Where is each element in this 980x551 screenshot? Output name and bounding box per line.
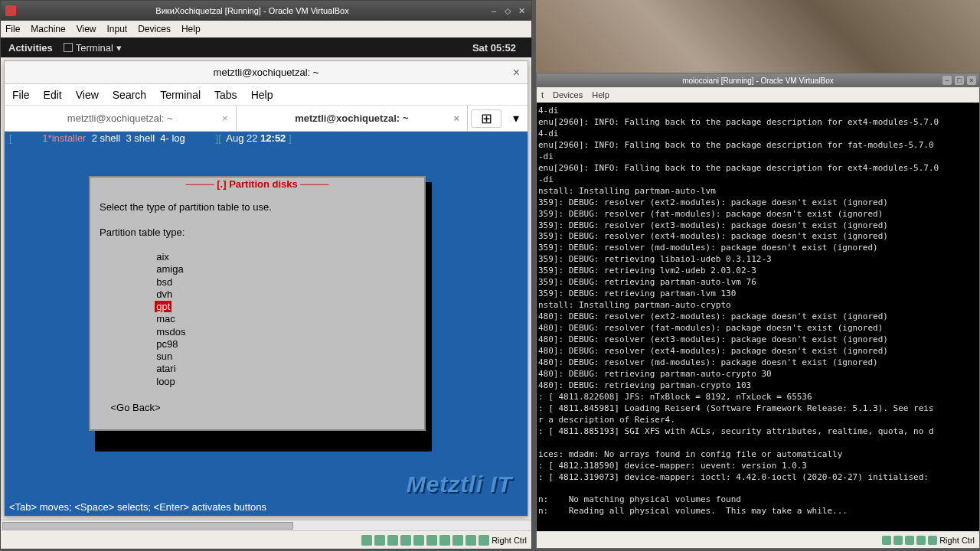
partition-option[interactable]: loop — [155, 376, 177, 387]
menu-input[interactable]: Input — [107, 24, 128, 34]
vm2-window: moiocoiani [Running] - Oracle VM Virtual… — [536, 73, 980, 549]
display-icon[interactable] — [916, 536, 926, 545]
usb-icon[interactable] — [413, 535, 424, 546]
partition-option[interactable]: sun — [155, 350, 174, 362]
terminal-close-button[interactable]: × — [513, 66, 520, 80]
audio-icon[interactable] — [387, 535, 398, 546]
app-menu[interactable]: Terminal ▾ — [64, 42, 122, 54]
menu-view[interactable]: View — [77, 24, 96, 34]
menu-item[interactable]: t — [541, 90, 544, 99]
minimize-button[interactable]: – — [488, 5, 499, 16]
watermark: Metztli IT — [407, 471, 512, 497]
menu-machine[interactable]: Machine — [31, 24, 65, 34]
partition-option[interactable]: amiga — [155, 263, 185, 275]
host-key-label: Right Ctrl — [492, 536, 527, 545]
horizontal-scrollbar[interactable] — [1, 520, 531, 530]
partition-option[interactable]: atari — [155, 363, 177, 374]
dialog-body: Select the type of partition table to us… — [92, 191, 423, 428]
partition-option[interactable]: pc98 — [155, 338, 179, 350]
term-menu-edit[interactable]: Edit — [44, 89, 62, 101]
tab-label: metztli@xochiquetzal: ~ — [295, 112, 408, 124]
usb-icon[interactable] — [905, 536, 914, 545]
menu-help[interactable]: Help — [181, 24, 201, 34]
clock[interactable]: Sat 05:52 — [472, 42, 516, 54]
partition-option-selected[interactable]: gpt — [155, 301, 172, 312]
dialog-title: ──── [.] Partition disks ──── — [92, 178, 423, 190]
menu-devices[interactable]: Devices — [553, 90, 583, 99]
vm1-statusbar: Right Ctrl — [1, 530, 531, 549]
vm1-titlebar[interactable]: ВикиXochiquetzal [Running] - Oracle VM V… — [1, 1, 531, 21]
new-tab-button[interactable]: ⊞ — [471, 109, 501, 128]
terminal-icon — [64, 43, 73, 52]
partition-option[interactable]: msdos — [155, 326, 187, 337]
menu-help[interactable]: Help — [592, 90, 609, 99]
host-key-label: Right Ctrl — [939, 536, 975, 545]
desktop-background — [536, 0, 980, 73]
scrollbar-thumb[interactable] — [2, 522, 293, 530]
gnome-top-bar: Activities Terminal ▾ Sat 05:52 — [1, 37, 531, 57]
dialog-hint: <Tab> moves; <Space> selects; <Enter> ac… — [9, 501, 266, 513]
vm2-title-text: moiocoiani [Running] - Oracle VM Virtual… — [682, 77, 834, 85]
term-menu-search[interactable]: Search — [113, 89, 146, 101]
close-button[interactable]: × — [967, 76, 976, 85]
tab-close-icon[interactable]: × — [222, 112, 228, 124]
term-menu-view[interactable]: View — [76, 89, 99, 101]
mouse-icon[interactable] — [479, 535, 489, 546]
partition-dialog: ──── [.] Partition disks ──── Select the… — [89, 176, 426, 431]
go-back-button[interactable]: <Go Back> — [100, 402, 415, 414]
shared-folder-icon[interactable] — [426, 535, 437, 546]
hdd-icon[interactable] — [882, 536, 891, 545]
terminal-menubar: File Edit View Search Terminal Tabs Help — [5, 84, 528, 106]
terminal-titlebar[interactable]: metztli@xochiquetzal: ~ × — [5, 61, 528, 84]
close-button[interactable]: ✕ — [516, 5, 527, 16]
optical-icon[interactable] — [374, 535, 385, 546]
terminal-tabs: metztli@xochiquetzal: ~× metztli@xochiqu… — [5, 106, 528, 132]
screen-status-line: [ 1*installer 2 shell 3 shell 4- log ][ … — [5, 132, 528, 145]
terminal-tab[interactable]: metztli@xochiquetzal: ~× — [237, 106, 469, 131]
menu-devices[interactable]: Devices — [138, 24, 171, 34]
app-menu-label: Terminal ▾ — [76, 42, 122, 54]
vm2-statusbar: Right Ctrl — [537, 531, 979, 548]
vm2-console[interactable]: 4-di enu[2960]: INFO: Falling back to th… — [537, 103, 979, 531]
maximize-button[interactable]: □ — [955, 76, 964, 85]
tab-label: metztli@xochiquetzal: ~ — [67, 112, 173, 124]
dialog-label: Partition table type: — [100, 227, 185, 238]
partition-option[interactable]: bsd — [155, 276, 174, 288]
mouse-icon[interactable] — [928, 536, 937, 545]
terminal-title-text: metztli@xochiquetzal: ~ — [214, 67, 319, 78]
display-icon[interactable] — [439, 535, 450, 546]
cpu-icon[interactable] — [466, 535, 476, 546]
dialog-prompt: Select the type of partition table to us… — [100, 201, 272, 213]
vm2-menubar: t Devices Help — [537, 87, 979, 103]
vm2-titlebar[interactable]: moiocoiani [Running] - Oracle VM Virtual… — [537, 73, 979, 87]
vm1-menubar: File Machine View Input Devices Help — [1, 21, 531, 37]
virtualbox-icon — [5, 5, 16, 16]
term-menu-tabs[interactable]: Tabs — [214, 89, 237, 101]
terminal-window: metztli@xochiquetzal: ~ × File Edit View… — [4, 60, 528, 517]
maximize-button[interactable]: ◇ — [502, 5, 513, 16]
activities-button[interactable]: Activities — [8, 42, 53, 54]
menu-file[interactable]: File — [5, 24, 20, 34]
recording-icon[interactable] — [452, 535, 463, 546]
term-menu-file[interactable]: File — [12, 89, 30, 101]
hdd-icon[interactable] — [361, 535, 372, 546]
term-menu-terminal[interactable]: Terminal — [160, 89, 201, 101]
vm1-window: ВикиXochiquetzal [Running] - Oracle VM V… — [0, 0, 532, 549]
network-icon[interactable] — [893, 536, 903, 545]
partition-option[interactable]: dvh — [155, 289, 174, 300]
term-menu-help[interactable]: Help — [251, 89, 273, 101]
network-icon[interactable] — [400, 535, 411, 546]
terminal-body[interactable]: [ 1*installer 2 shell 3 shell 4- log ][ … — [5, 132, 528, 516]
tab-close-icon[interactable]: × — [453, 112, 459, 124]
vm1-title-text: ВикиXochiquetzal [Running] - Oracle VM V… — [19, 6, 485, 15]
partition-option[interactable]: aix — [155, 251, 171, 262]
minimize-button[interactable]: – — [942, 76, 952, 85]
partition-option[interactable]: mac — [155, 313, 177, 324]
terminal-tab[interactable]: metztli@xochiquetzal: ~× — [5, 106, 237, 131]
tab-menu-button[interactable]: ▾ — [505, 111, 528, 126]
